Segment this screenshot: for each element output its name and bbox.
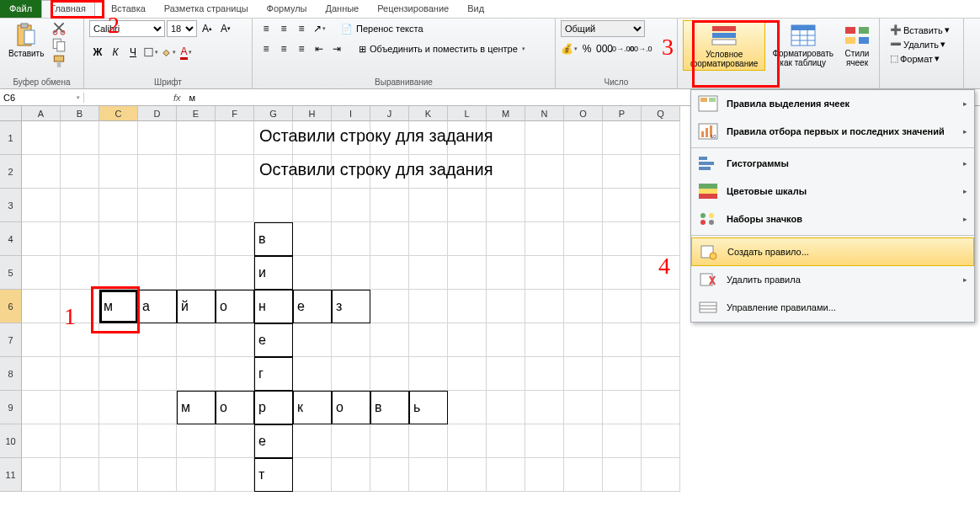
cell-G8[interactable]: г [254, 357, 293, 391]
menu-icon-sets[interactable]: Наборы значков ▸ [691, 205, 974, 233]
fill-color-button[interactable] [160, 44, 177, 61]
cell-J9[interactable]: в [370, 391, 409, 424]
row-header[interactable]: 10 [0, 424, 22, 458]
col-header[interactable]: M [487, 106, 525, 121]
row-header[interactable]: 6 [0, 290, 22, 323]
col-header[interactable]: N [525, 106, 564, 121]
orientation-button[interactable]: ↗ [311, 20, 328, 37]
col-header[interactable]: Q [642, 106, 680, 121]
cell-G9[interactable]: р [254, 391, 293, 424]
col-header[interactable]: F [216, 106, 254, 121]
tab-home[interactable]: Главная [41, 0, 95, 18]
italic-button[interactable]: К [107, 44, 124, 61]
merge-center-button[interactable]: ⊞ Объединить и поместить в центре [355, 43, 529, 56]
row-header[interactable]: 4 [0, 222, 22, 256]
row-header[interactable]: 5 [0, 256, 22, 290]
font-color-button[interactable]: A [178, 44, 194, 61]
col-header[interactable]: H [293, 106, 332, 121]
align-top-button[interactable]: ≡ [258, 20, 274, 37]
conditional-formatting-button[interactable]: Условное форматирование [683, 20, 765, 71]
cell-G10[interactable]: е [254, 424, 293, 458]
cell-H9[interactable]: к [293, 391, 332, 424]
col-header[interactable]: A [22, 106, 61, 121]
cell-I9[interactable]: о [332, 391, 370, 424]
cell-styles-button[interactable]: Стили ячеек [840, 20, 874, 69]
currency-button[interactable]: 💰 [561, 40, 578, 57]
menu-manage-rules[interactable]: Управление правилами... [691, 294, 974, 322]
row-header[interactable]: 7 [0, 323, 22, 357]
wrap-text-button[interactable]: 📄 Перенос текста [338, 23, 427, 35]
tab-page-layout[interactable]: Разметка страницы [155, 0, 258, 18]
font-size-select[interactable]: 18 [167, 20, 197, 37]
tab-review[interactable]: Рецензирование [368, 0, 458, 18]
copy-button[interactable] [51, 37, 67, 52]
bold-button[interactable]: Ж [89, 44, 106, 61]
tab-view[interactable]: Вид [458, 0, 493, 18]
align-left-button[interactable]: ≡ [258, 40, 274, 57]
col-header[interactable]: E [177, 106, 216, 121]
underline-button[interactable]: Ч [125, 44, 141, 61]
col-header[interactable]: I [332, 106, 370, 121]
cell-F9[interactable]: о [216, 391, 254, 424]
col-header[interactable]: K [409, 106, 448, 121]
col-header[interactable]: J [370, 106, 409, 121]
percent-button[interactable]: % [578, 40, 595, 57]
cell-K9[interactable]: ь [409, 391, 448, 424]
cell-G7[interactable]: е [254, 323, 293, 357]
row-header[interactable]: 2 [0, 155, 22, 189]
col-header[interactable]: L [448, 106, 487, 121]
row-header[interactable]: 9 [0, 391, 22, 424]
menu-new-rule[interactable]: Создать правило... [691, 237, 974, 266]
menu-clear-rules[interactable]: Удалить правила ▸ [691, 266, 974, 294]
paste-button[interactable]: Вставить [5, 20, 47, 60]
delete-cells-button[interactable]: ➖Удалить ▾ [888, 38, 955, 51]
decrease-decimal-button[interactable]: .00→.0 [631, 40, 648, 57]
tab-data[interactable]: Данные [316, 0, 368, 18]
name-box[interactable]: C6 [0, 93, 84, 103]
fx-icon[interactable]: fx [168, 93, 186, 103]
col-header[interactable]: C [99, 106, 138, 121]
row-header[interactable]: 1 [0, 121, 22, 155]
cell-I6[interactable]: з [332, 290, 370, 323]
cell-D6[interactable]: а [138, 290, 177, 323]
format-as-table-button[interactable]: Форматировать как таблицу [769, 20, 837, 69]
cell-G11[interactable]: т [254, 458, 293, 492]
format-painter-button[interactable] [51, 54, 67, 69]
tab-formulas[interactable]: Формулы [258, 0, 317, 18]
col-header[interactable]: G [254, 106, 293, 121]
select-all-corner[interactable] [0, 106, 22, 121]
row-header[interactable]: 8 [0, 357, 22, 391]
align-right-button[interactable]: ≡ [293, 40, 310, 57]
menu-data-bars[interactable]: Гистограммы ▸ [691, 150, 974, 178]
row-header[interactable]: 11 [0, 458, 22, 492]
align-middle-button[interactable]: ≡ [275, 20, 292, 37]
tab-insert[interactable]: Вставка [95, 0, 155, 18]
cell-G5[interactable]: и [254, 256, 293, 290]
cell-E6[interactable]: й [177, 290, 216, 323]
row-header[interactable]: 3 [0, 189, 22, 222]
col-header[interactable]: B [61, 106, 99, 121]
cell-F6[interactable]: о [216, 290, 254, 323]
col-header[interactable]: D [138, 106, 177, 121]
col-header[interactable]: P [603, 106, 642, 121]
borders-button[interactable] [142, 44, 159, 61]
menu-top-bottom-rules[interactable]: 10 Правила отбора первых и последних зна… [691, 118, 974, 146]
align-center-button[interactable]: ≡ [275, 40, 292, 57]
font-family-select[interactable]: Calibri [89, 20, 165, 37]
menu-color-scales[interactable]: Цветовые шкалы ▸ [691, 178, 974, 205]
increase-font-button[interactable]: A▴ [199, 20, 216, 37]
menu-highlight-rules[interactable]: Правила выделения ячеек ▸ [691, 90, 974, 118]
decrease-font-button[interactable]: A▾ [217, 20, 234, 37]
cell-C6[interactable]: м [99, 290, 138, 323]
format-cells-button[interactable]: ⬚Формат ▾ [888, 52, 955, 65]
align-bottom-button[interactable]: ≡ [293, 20, 310, 37]
increase-indent-button[interactable]: ⇥ [328, 40, 345, 57]
cell-E9[interactable]: м [177, 391, 216, 424]
cell-G6[interactable]: н [254, 290, 293, 323]
cell-G4[interactable]: в [254, 222, 293, 256]
cut-button[interactable] [51, 20, 67, 35]
cell-H6[interactable]: е [293, 290, 332, 323]
insert-cells-button[interactable]: ➕Вставить ▾ [888, 24, 955, 36]
tab-file[interactable]: Файл [0, 0, 41, 18]
decrease-indent-button[interactable]: ⇤ [311, 40, 328, 57]
